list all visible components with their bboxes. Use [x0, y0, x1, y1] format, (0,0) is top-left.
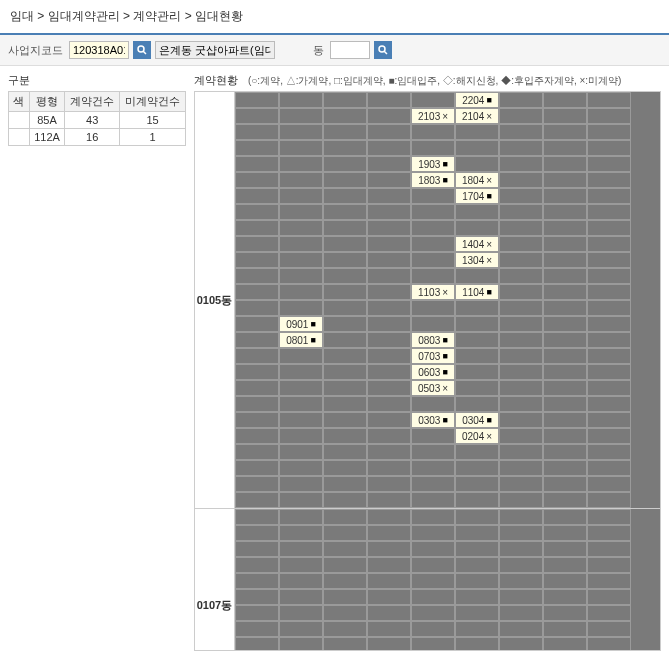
empty-cell — [587, 380, 631, 396]
unit-cell[interactable]: 1104■ — [455, 284, 499, 300]
empty-cell — [279, 428, 323, 444]
empty-cell — [455, 348, 499, 364]
empty-cell — [587, 252, 631, 268]
empty-cell — [543, 156, 587, 172]
empty-cell — [543, 380, 587, 396]
unit-cell[interactable]: 1103× — [411, 284, 455, 300]
empty-cell — [323, 621, 367, 637]
empty-cell — [235, 300, 279, 316]
empty-cell — [499, 412, 543, 428]
unit-cell[interactable]: 0603■ — [411, 364, 455, 380]
unit-cell[interactable]: 1804× — [455, 172, 499, 188]
empty-cell — [235, 236, 279, 252]
empty-cell — [499, 204, 543, 220]
empty-cell — [543, 348, 587, 364]
unit-cell[interactable]: 1304× — [455, 252, 499, 268]
empty-cell — [279, 300, 323, 316]
empty-cell — [235, 589, 279, 605]
empty-cell — [367, 364, 411, 380]
empty-cell — [499, 300, 543, 316]
empty-cell — [499, 428, 543, 444]
unit-cell[interactable]: 0503× — [411, 380, 455, 396]
unit-cell[interactable]: 2104× — [455, 108, 499, 124]
empty-cell — [543, 236, 587, 252]
empty-cell — [367, 557, 411, 573]
empty-cell — [499, 621, 543, 637]
unit-cell[interactable]: 1704■ — [455, 188, 499, 204]
empty-cell — [455, 140, 499, 156]
empty-cell — [235, 541, 279, 557]
empty-cell — [587, 444, 631, 460]
unit-cell[interactable]: 1803■ — [411, 172, 455, 188]
empty-cell — [323, 332, 367, 348]
empty-cell — [323, 236, 367, 252]
empty-cell — [367, 172, 411, 188]
empty-cell — [367, 108, 411, 124]
empty-cell — [543, 444, 587, 460]
dong-block: 0105동2204■2103×2104×1903■1803■1804×1704■… — [195, 92, 660, 508]
empty-cell — [367, 332, 411, 348]
unit-cell[interactable]: 0304■ — [455, 412, 499, 428]
unit-cell[interactable]: 0703■ — [411, 348, 455, 364]
name-input[interactable] — [155, 41, 275, 59]
empty-cell — [411, 492, 455, 508]
empty-cell — [367, 316, 411, 332]
empty-cell — [235, 476, 279, 492]
empty-cell — [279, 541, 323, 557]
empty-cell — [235, 460, 279, 476]
empty-cell — [367, 380, 411, 396]
code-input[interactable] — [69, 41, 129, 59]
empty-cell — [411, 268, 455, 284]
unit-cell[interactable]: 0303■ — [411, 412, 455, 428]
unit-cell[interactable]: 0803■ — [411, 332, 455, 348]
grid-scroll[interactable]: 0105동2204■2103×2104×1903■1803■1804×1704■… — [194, 91, 661, 651]
empty-cell — [323, 428, 367, 444]
empty-cell — [499, 509, 543, 525]
empty-cell — [235, 108, 279, 124]
code-search-button[interactable] — [133, 41, 151, 59]
empty-cell — [235, 492, 279, 508]
unit-cell[interactable]: 2204■ — [455, 92, 499, 108]
empty-cell — [323, 444, 367, 460]
empty-cell — [323, 316, 367, 332]
empty-cell — [587, 492, 631, 508]
empty-cell — [499, 188, 543, 204]
table-row[interactable]: 85A4315 — [9, 112, 186, 129]
code-label: 사업지코드 — [8, 43, 63, 58]
empty-cell — [279, 188, 323, 204]
unit-cell[interactable]: 0801■ — [279, 332, 323, 348]
empty-cell — [235, 621, 279, 637]
empty-cell — [543, 605, 587, 621]
empty-cell — [587, 621, 631, 637]
empty-cell — [323, 492, 367, 508]
unit-cell[interactable]: 1903■ — [411, 156, 455, 172]
empty-cell — [543, 172, 587, 188]
empty-cell — [411, 300, 455, 316]
empty-cell — [455, 589, 499, 605]
empty-cell — [235, 396, 279, 412]
unit-cell[interactable]: 1404× — [455, 236, 499, 252]
empty-cell — [455, 492, 499, 508]
table-row[interactable]: 112A161 — [9, 129, 186, 146]
empty-cell — [587, 364, 631, 380]
empty-cell — [279, 204, 323, 220]
unit-cell[interactable]: 0901■ — [279, 316, 323, 332]
empty-cell — [323, 348, 367, 364]
empty-cell — [367, 204, 411, 220]
empty-cell — [279, 364, 323, 380]
unit-cell[interactable]: 0204× — [455, 428, 499, 444]
empty-cell — [367, 396, 411, 412]
empty-cell — [499, 460, 543, 476]
empty-cell — [279, 380, 323, 396]
empty-cell — [323, 380, 367, 396]
empty-cell — [543, 140, 587, 156]
dong-search-button[interactable] — [374, 41, 392, 59]
empty-cell — [587, 573, 631, 589]
empty-cell — [279, 444, 323, 460]
empty-cell — [455, 621, 499, 637]
empty-cell — [543, 220, 587, 236]
unit-cell[interactable]: 2103× — [411, 108, 455, 124]
empty-cell — [323, 124, 367, 140]
empty-cell — [499, 124, 543, 140]
dong-input[interactable] — [330, 41, 370, 59]
